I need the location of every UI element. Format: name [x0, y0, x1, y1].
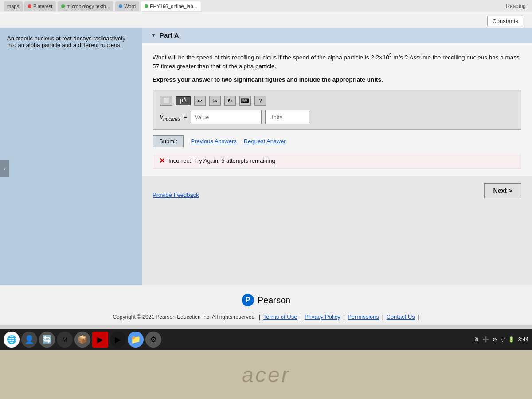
variable-label: vnucleus [160, 113, 180, 121]
terms-of-use-link[interactable]: Terms of Use [263, 313, 297, 320]
youtube-icon[interactable]: ▶ [92, 332, 108, 348]
answer-box: ⬜ μÅ ↩ ↪ ↻ [153, 90, 521, 130]
files-icon[interactable]: 📁 [128, 332, 144, 348]
tab-word-label: Word [124, 4, 136, 9]
tab-word-dot [119, 4, 122, 8]
provide-feedback-link[interactable]: Provide Feedback [153, 192, 199, 198]
constants-area: Constants [0, 12, 532, 28]
box-icon[interactable]: 📦 [74, 332, 90, 348]
copyright-text: Copyright © 2021 Pearson Education Inc. … [113, 314, 256, 320]
refresh-icon: ↻ [227, 98, 232, 104]
tab-microbiology[interactable]: microbiology textb... [58, 1, 113, 11]
keyboard-button[interactable]: ⌨ [239, 96, 251, 106]
acer-logo: acer [242, 363, 290, 387]
reading-label: Reading l [506, 3, 528, 9]
constants-button[interactable]: Constants [487, 16, 523, 26]
answer-toolbar: ⬜ μÅ ↩ ↪ ↻ [160, 96, 514, 106]
main-content: ▼ Part A What will be the speed of this … [142, 28, 532, 285]
tab-maps-label: maps [7, 4, 19, 9]
part-header-title: Part A [160, 31, 179, 39]
tab-pinterest[interactable]: Pinterest [24, 1, 56, 11]
settings-icon[interactable]: ⚙ [145, 332, 161, 348]
help-icon: ? [258, 98, 262, 104]
error-box: ✕ Incorrect; Try Again; 5 attempts remai… [153, 153, 521, 169]
add-icon: ➕ [482, 336, 489, 343]
taskbar-right: 🖥 ➕ ⊖ ▽ 🔋 3:44 [473, 336, 528, 343]
tab-microbiology-dot [61, 4, 65, 8]
request-answer-link[interactable]: Request Answer [244, 138, 286, 145]
question-area: What will be the speed of this recoiling… [142, 43, 532, 176]
tab-phy166[interactable]: PHY166_online_lab... [141, 1, 200, 11]
refresh-taskbar-icon[interactable]: 🔄 [39, 332, 55, 348]
format-button[interactable]: ⬜ [160, 96, 172, 106]
pearson-p-icon: P [242, 294, 254, 306]
refresh-button[interactable]: ↻ [224, 96, 236, 106]
taskbar: 🌐 👤 🔄 M 📦 ▶ ▶ 📁 ⚙ 🖥 ➕ ⊖ ▽ 🔋 3:44 [0, 329, 532, 350]
tab-microbiology-label: microbiology textb... [66, 4, 110, 9]
tab-phy166-dot [145, 4, 148, 8]
copyright-area: Copyright © 2021 Pearson Education Inc. … [0, 311, 532, 325]
input-row: vnucleus = [160, 110, 514, 124]
help-button[interactable]: ? [254, 96, 266, 106]
content-layout: ‹ An atomic nucleus at rest decays radio… [0, 28, 532, 285]
redo-icon: ↪ [212, 98, 217, 104]
previous-answers-link[interactable]: Previous Answers [191, 138, 236, 145]
privacy-policy-link[interactable]: Privacy Policy [305, 313, 340, 320]
left-sidebar: An atomic nucleus at rest decays radioac… [0, 28, 142, 285]
error-message: Incorrect; Try Again; 5 attempts remaini… [168, 157, 275, 164]
play-icon[interactable]: ▶ [110, 332, 126, 348]
pearson-logo: P Pearson [242, 294, 291, 306]
page-area: Constants ‹ An atomic nucleus at rest de… [0, 12, 532, 325]
submit-button[interactable]: Submit [153, 135, 184, 147]
value-input[interactable] [191, 110, 262, 124]
tab-pinterest-label: Pinterest [33, 4, 52, 9]
part-header: ▼ Part A [142, 28, 532, 43]
minus-icon: ⊖ [493, 336, 497, 343]
mu-label: μÅ [180, 98, 187, 104]
mu-button[interactable]: μÅ [176, 96, 191, 105]
left-nav-arrow[interactable]: ‹ [0, 160, 9, 177]
mail-icon[interactable]: M [57, 332, 73, 348]
pearson-area: P Pearson [0, 285, 532, 311]
keyboard-icon: ⌨ [241, 98, 249, 104]
wifi-icon: ▽ [501, 336, 505, 343]
redo-button[interactable]: ↪ [209, 96, 221, 106]
tab-maps[interactable]: maps [4, 1, 23, 11]
question-text: What will be the speed of this recoiling… [153, 52, 521, 71]
user-icon[interactable]: 👤 [21, 332, 37, 348]
next-button[interactable]: Next > [484, 183, 521, 198]
taskbar-time: 3:44 [518, 336, 528, 343]
screen-icon: 🖥 [473, 336, 479, 343]
question-instruction: Express your answer to two significant f… [153, 76, 521, 83]
tab-phy166-label: PHY166_online_lab... [150, 4, 197, 9]
pearson-name: Pearson [258, 295, 291, 305]
sidebar-text: An atomic nucleus at rest decays radioac… [7, 35, 135, 48]
bottom-area: Provide Feedback Next > [142, 176, 532, 205]
permissions-link[interactable]: Permissions [348, 313, 379, 320]
error-x-icon: ✕ [159, 156, 165, 165]
undo-icon: ↩ [197, 98, 202, 104]
tab-pinterest-dot [28, 4, 31, 8]
battery-icon: 🔋 [508, 336, 515, 343]
part-header-arrow-icon: ▼ [151, 32, 156, 39]
acer-area: acer [0, 350, 532, 399]
contact-us-link[interactable]: Contact Us [387, 313, 415, 320]
undo-button[interactable]: ↩ [194, 96, 206, 106]
equals-sign: = [184, 113, 187, 121]
format-icon: ⬜ [163, 98, 170, 104]
submit-area: Submit Previous Answers Request Answer [153, 135, 521, 147]
tab-word[interactable]: Word [115, 1, 139, 11]
tab-bar: maps Pinterest microbiology textb... Wor… [0, 0, 532, 12]
chrome-icon[interactable]: 🌐 [4, 332, 20, 348]
units-input[interactable] [265, 110, 309, 124]
